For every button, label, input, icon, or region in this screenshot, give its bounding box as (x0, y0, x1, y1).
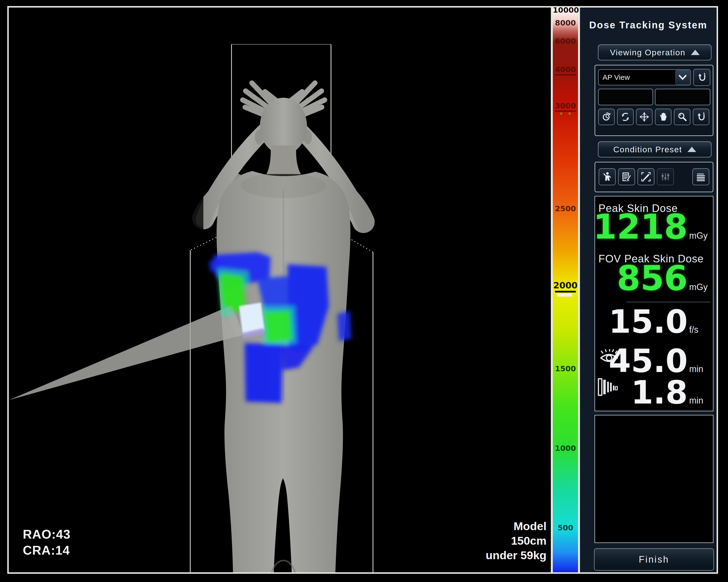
condition-preset-group (595, 162, 713, 192)
list-menu-button[interactable] (692, 168, 709, 185)
peak-skin-dose-unit: mGy (689, 231, 711, 241)
view-name-field-1[interactable] (598, 89, 653, 105)
collapse-up-icon (691, 50, 700, 55)
fov-peak-skin-dose-value: 856 (617, 261, 688, 295)
viewing-operation-label: Viewing Operation (610, 48, 685, 57)
chevron-down-icon[interactable] (675, 70, 690, 85)
body-model-scene (9, 7, 551, 572)
patient-button[interactable] (599, 168, 616, 185)
fluoro-time-row: 45.0 min (608, 345, 711, 377)
gantry-angles: RAO:43 CRA:14 (23, 526, 71, 558)
sliders-button[interactable] (657, 168, 674, 185)
sliders-icon (660, 171, 671, 182)
fov-peak-skin-dose-unit: mGy (689, 282, 711, 292)
app-title: Dose Tracking System (580, 20, 717, 31)
peak-skin-dose-value: 1218 (593, 210, 688, 244)
colorbar-tick-1500: 1500 (553, 364, 578, 373)
acquisition-time-row: 1.8 min (631, 377, 711, 408)
finish-button[interactable]: Finish (594, 548, 714, 571)
frame-rate-value: 15.0 (608, 306, 688, 337)
pen-tool-button[interactable] (638, 168, 654, 185)
reset-view-icon (696, 112, 706, 122)
reset-view-icon (697, 72, 707, 83)
fov-peak-skin-dose-row: 856 mGy (617, 261, 711, 295)
reset-view-button[interactable] (693, 69, 710, 86)
pan-button[interactable] (655, 109, 672, 125)
reset-view-button-2[interactable] (693, 109, 709, 125)
colorbar-tick-4000: 4000 (553, 65, 578, 76)
condition-preset-label: Condition Preset (613, 145, 682, 154)
view-name-field-2[interactable] (655, 89, 710, 105)
acquisition-bars-icon (597, 378, 618, 397)
condition-preset-header[interactable]: Condition Preset (598, 141, 711, 157)
rotate-clock-button[interactable] (598, 109, 615, 125)
preset-tools-row (599, 168, 709, 185)
view-tools-row (598, 109, 709, 125)
colorbar-tick-2000: 2000 (553, 280, 578, 297)
collapse-up-icon (687, 147, 696, 152)
colorbar-tick-3000: 3000 (553, 101, 578, 115)
xray-beam (9, 305, 243, 400)
window-frame: RAO:43 CRA:14 Model 150cm under 59kg 100… (7, 6, 718, 574)
cra-angle: CRA:14 (23, 542, 71, 558)
3d-viewport[interactable]: RAO:43 CRA:14 Model 150cm under 59kg (9, 7, 551, 572)
control-panel: Dose Tracking System Viewing Operation A… (580, 7, 717, 572)
colorbar-tick-10000: 10000 (553, 6, 578, 14)
fluoro-time-value: 45.0 (608, 345, 688, 377)
viewing-operation-header[interactable]: Viewing Operation (598, 45, 711, 60)
rao-angle: RAO:43 (23, 526, 71, 542)
list-menu-icon (695, 171, 706, 182)
colorbar-tick-2500: 2500 (553, 204, 578, 213)
peak-skin-dose-row: 1218 mGy (593, 210, 711, 244)
colorbar-tick-6000: 6000 (553, 37, 578, 45)
dose-colorbar: 1000080006000400030002500200015001000500 (551, 7, 580, 572)
viewing-operation-group: AP View (595, 65, 713, 136)
fluoro-time-unit: min (689, 364, 711, 374)
zoom-button[interactable] (674, 109, 691, 125)
view-select-value: AP View (599, 73, 675, 82)
patient-icon (602, 171, 613, 182)
finish-button-label: Finish (639, 554, 669, 565)
move-button[interactable] (636, 109, 652, 125)
dose-tracking-screen: RAO:43 CRA:14 Model 150cm under 59kg 100… (0, 0, 728, 582)
zoom-icon (677, 112, 687, 122)
pen-tool-icon (641, 171, 652, 182)
pan-hand-icon (658, 112, 669, 122)
metrics-divider (627, 302, 710, 302)
rotate-clock-icon (601, 112, 612, 122)
frame-rate-unit: f/s (689, 325, 711, 335)
protocol-edit-button[interactable] (618, 168, 635, 185)
rotate-3d-button[interactable] (617, 109, 633, 125)
dose-metrics-box: Peak Skin Dose 1218 mGy FOV Peak Skin Do… (595, 196, 713, 411)
frame-rate-row: 15.0 f/s (608, 306, 711, 337)
message-area (595, 415, 713, 543)
acquisition-time-unit: min (689, 395, 711, 406)
move-icon (639, 112, 650, 122)
colorbar-tick-1000: 1000 (553, 444, 578, 452)
beam-entry-field (239, 303, 264, 338)
protocol-edit-icon (621, 171, 632, 182)
colorbar-ticks: 1000080006000400030002500200015001000500 (553, 7, 578, 572)
rotate-3d-icon (620, 112, 631, 122)
view-select-dropdown[interactable]: AP View (598, 70, 691, 85)
colorbar-tick-500: 500 (553, 524, 578, 532)
colorbar-tick-8000: 8000 (553, 19, 578, 27)
acquisition-time-value: 1.8 (631, 377, 688, 408)
model-info: Model 150cm under 59kg (486, 519, 546, 563)
